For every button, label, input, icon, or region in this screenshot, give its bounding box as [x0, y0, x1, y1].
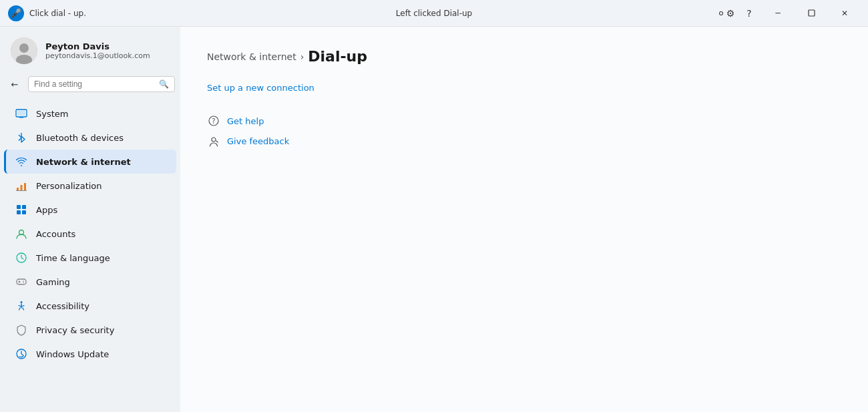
- bluetooth-icon: [15, 131, 28, 144]
- titlebar: 🎤 Click dial - up. Left clicked Dial-up …: [0, 0, 868, 27]
- sidebar-item-windows-update[interactable]: Windows Update: [4, 342, 176, 366]
- titlebar-controls: ⚙ ? ─ ✕: [714, 3, 860, 24]
- settings-icon-btn[interactable]: ⚙: [714, 3, 736, 24]
- svg-text:?: ?: [212, 118, 215, 125]
- network-icon: [15, 155, 28, 168]
- sidebar-item-accessibility-label: Accessibility: [36, 301, 89, 311]
- svg-rect-12: [22, 205, 26, 209]
- svg-rect-14: [22, 210, 26, 214]
- get-help-label[interactable]: Get help: [227, 116, 264, 126]
- svg-rect-0: [809, 10, 815, 16]
- gaming-icon: [15, 275, 28, 288]
- sidebar-item-system[interactable]: System: [4, 101, 176, 126]
- sidebar-item-personalization[interactable]: Personalization: [4, 174, 176, 198]
- get-help-icon: ?: [207, 114, 220, 128]
- app-title: Click dial - up.: [29, 9, 714, 18]
- app-icon: 🎤: [8, 5, 24, 21]
- sidebar-item-network-label: Network & internet: [36, 157, 131, 167]
- svg-rect-11: [17, 205, 21, 209]
- breadcrumb-parent[interactable]: Network & internet: [207, 51, 296, 62]
- sidebar: Peyton Davis peytondavis.1@outlook.com ←…: [0, 27, 180, 412]
- sidebar-item-bluetooth-label: Bluetooth & devices: [36, 133, 124, 143]
- svg-point-22: [23, 282, 24, 283]
- give-feedback-item[interactable]: Give feedback: [207, 134, 841, 148]
- sidebar-item-time-label: Time & language: [36, 253, 110, 263]
- sidebar-item-bluetooth[interactable]: Bluetooth & devices: [4, 126, 176, 150]
- svg-rect-17: [17, 279, 26, 284]
- user-info: Peyton Davis peytondavis.1@outlook.com: [45, 41, 150, 60]
- restore-btn[interactable]: [796, 3, 827, 24]
- setup-new-connection-link[interactable]: Set up a new connection: [207, 83, 314, 93]
- accounts-icon: [15, 227, 28, 240]
- svg-rect-5: [19, 117, 23, 118]
- content-area: Network & internet › Dial-up Set up a ne…: [180, 27, 868, 412]
- nav-list: System Bluetooth & devices Network & int…: [0, 99, 180, 369]
- sidebar-item-system-label: System: [36, 109, 68, 119]
- svg-point-23: [21, 301, 23, 303]
- get-help-item[interactable]: ? Get help: [207, 114, 841, 128]
- search-box[interactable]: 🔍: [28, 76, 175, 92]
- avatar: [11, 37, 37, 64]
- sidebar-item-apps[interactable]: Apps: [4, 198, 176, 222]
- svg-rect-13: [17, 210, 21, 214]
- personalization-icon: [15, 179, 28, 192]
- close-btn[interactable]: ✕: [829, 3, 860, 24]
- user-profile: Peyton Davis peytondavis.1@outlook.com: [0, 27, 180, 72]
- search-icon: 🔍: [159, 79, 169, 89]
- sidebar-item-privacy[interactable]: Privacy & security: [4, 318, 176, 342]
- breadcrumb-separator: ›: [300, 51, 304, 62]
- app-body: Peyton Davis peytondavis.1@outlook.com ←…: [0, 27, 868, 412]
- sidebar-item-personalization-label: Personalization: [36, 181, 102, 191]
- windows-update-icon: [15, 347, 28, 361]
- mic-icon: 🎤: [11, 8, 21, 18]
- user-email: peytondavis.1@outlook.com: [45, 51, 150, 60]
- titlebar-center-text: Left clicked Dial-up: [396, 9, 472, 18]
- sidebar-item-accessibility[interactable]: Accessibility: [4, 294, 176, 318]
- sidebar-item-accounts[interactable]: Accounts: [4, 222, 176, 246]
- user-name: Peyton Davis: [45, 41, 150, 51]
- sidebar-nav-top: ← 🔍: [0, 72, 180, 99]
- sidebar-item-network[interactable]: Network & internet: [4, 150, 176, 174]
- breadcrumb: Network & internet › Dial-up: [207, 48, 841, 65]
- give-feedback-label[interactable]: Give feedback: [227, 136, 289, 146]
- svg-point-2: [19, 43, 29, 53]
- svg-rect-6: [17, 111, 25, 116]
- minimize-btn[interactable]: ─: [763, 3, 793, 24]
- sidebar-item-time[interactable]: Time & language: [4, 246, 176, 270]
- sidebar-item-privacy-label: Privacy & security: [36, 325, 114, 335]
- accessibility-icon: [15, 299, 28, 313]
- svg-rect-7: [17, 188, 19, 190]
- sidebar-item-apps-label: Apps: [36, 205, 57, 215]
- back-button[interactable]: ←: [5, 75, 24, 93]
- privacy-icon: [15, 323, 28, 337]
- svg-point-27: [212, 138, 216, 142]
- breadcrumb-current: Dial-up: [308, 48, 367, 65]
- svg-point-21: [23, 280, 24, 282]
- sidebar-item-accounts-label: Accounts: [36, 229, 75, 239]
- help-icon-btn[interactable]: ?: [738, 3, 760, 24]
- search-input[interactable]: [34, 79, 155, 89]
- apps-icon: [15, 203, 28, 216]
- system-icon: [15, 107, 28, 120]
- help-section: ? Get help Give feedback: [207, 114, 841, 148]
- sidebar-item-windows-update-label: Windows Update: [36, 349, 109, 359]
- sidebar-item-gaming-label: Gaming: [36, 277, 70, 287]
- time-icon: [15, 251, 28, 264]
- svg-rect-8: [21, 185, 23, 190]
- svg-rect-9: [24, 183, 26, 190]
- sidebar-item-gaming[interactable]: Gaming: [4, 270, 176, 294]
- feedback-icon: [207, 134, 220, 148]
